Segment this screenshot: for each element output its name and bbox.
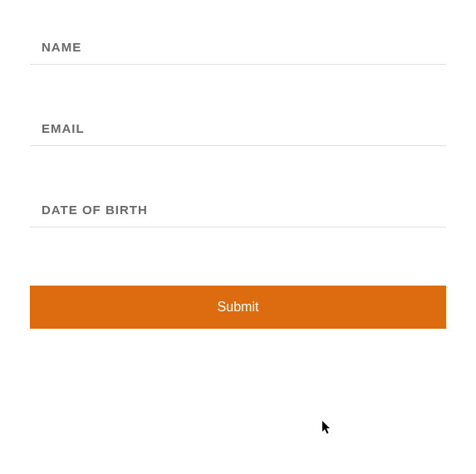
email-field-wrapper bbox=[30, 115, 446, 146]
cursor-icon bbox=[322, 421, 332, 436]
dob-input[interactable] bbox=[30, 196, 446, 227]
email-input[interactable] bbox=[30, 115, 446, 146]
name-input[interactable] bbox=[30, 33, 446, 65]
submit-button[interactable]: Submit bbox=[30, 286, 446, 329]
form-container: Submit bbox=[0, 0, 476, 329]
dob-field-wrapper bbox=[30, 196, 446, 227]
name-field-wrapper bbox=[30, 33, 446, 65]
